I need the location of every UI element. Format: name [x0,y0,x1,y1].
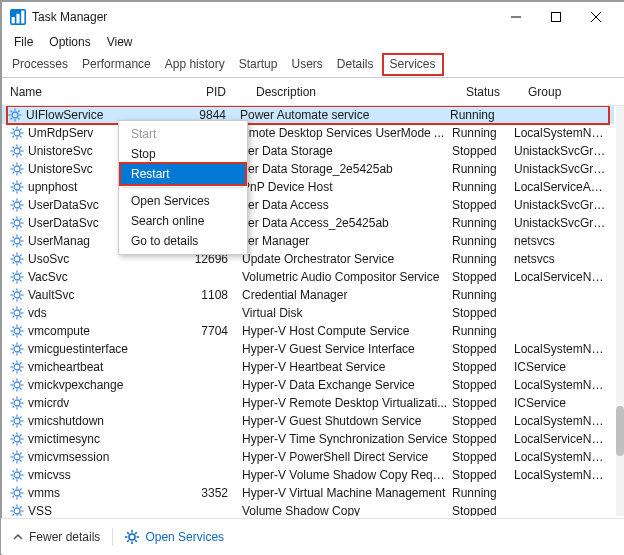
svg-line-213 [13,514,15,516]
service-row[interactable]: vmictimesyncHyper-V Time Synchronization… [2,430,614,448]
service-group: UnistackSvcGro... [514,144,610,158]
svg-line-42 [13,172,15,174]
svg-rect-2 [21,11,24,24]
svg-line-166 [20,424,22,426]
tab-app-history[interactable]: App history [159,53,231,76]
service-row[interactable]: VaultSvc1108Credential ManagerRunning [2,286,614,304]
service-list[interactable]: UIFlowService9844Power Automate serviceR… [2,106,624,516]
service-row[interactable]: vmicheartbeatHyper-V Heartbeat ServiceSt… [2,358,614,376]
context-menu-search-online[interactable]: Search online [121,211,245,231]
tab-services[interactable]: Services [382,53,444,76]
service-row[interactable]: VSSVolume Shadow CopyStopped [2,502,614,516]
svg-line-23 [20,129,22,131]
maximize-button[interactable] [536,2,576,32]
svg-line-14 [18,111,20,113]
service-description: Volume Shadow Copy [242,504,452,516]
menu-view[interactable]: View [101,33,139,51]
svg-line-77 [20,237,22,239]
context-menu-restart[interactable]: Restart [121,164,245,184]
service-row[interactable]: vmcompute7704Hyper-V Host Compute Servic… [2,322,614,340]
service-row[interactable]: upnphostPnP Device HostRunningLocalServi… [2,178,614,196]
service-row[interactable]: vmicguestinterfaceHyper-V Guest Service … [2,340,614,358]
svg-line-85 [20,262,22,264]
tab-startup[interactable]: Startup [233,53,284,76]
gear-icon [10,324,24,338]
svg-line-159 [13,406,15,408]
context-menu-start[interactable]: Start [121,124,245,144]
menu-options[interactable]: Options [43,33,96,51]
svg-line-192 [13,471,15,473]
service-row[interactable]: vmicvssHyper-V Volume Shadow Copy Reque.… [2,466,614,484]
svg-line-60 [13,208,15,210]
fewer-details-button[interactable]: Fewer details [13,530,100,544]
gear-icon [10,486,24,500]
service-pid: 7704 [192,324,242,338]
service-status: Running [452,216,514,230]
svg-line-174 [13,435,15,437]
svg-line-59 [20,201,22,203]
col-header-description[interactable]: Description [256,85,466,99]
tab-processes[interactable]: Processes [6,53,74,76]
context-menu-stop[interactable]: Stop [121,144,245,164]
service-row[interactable]: vmms3352Hyper-V Virtual Machine Manageme… [2,484,614,502]
svg-line-15 [11,118,13,120]
service-pid: 1108 [192,288,242,302]
gear-icon [10,414,24,428]
gear-icon [10,180,24,194]
service-row[interactable]: UserDataSvcser Data Access_2e5425abRunni… [2,214,614,232]
col-header-status[interactable]: Status [466,85,528,99]
svg-line-186 [13,460,15,462]
context-menu-open-services[interactable]: Open Services [121,191,245,211]
service-row[interactable]: vmicshutdownHyper-V Guest Shutdown Servi… [2,412,614,430]
service-row[interactable]: UserDataSvcser Data AccessStoppedUnistac… [2,196,614,214]
menu-file[interactable]: File [8,33,39,51]
service-row[interactable]: UserManagser ManagerRunningnetsvcs [2,232,614,250]
tab-details[interactable]: Details [331,53,380,76]
gear-icon [10,288,24,302]
service-row[interactable]: vmickvpexchangeHyper-V Data Exchange Ser… [2,376,614,394]
service-row[interactable]: UmRdpServemote Desktop Services UserMode… [2,124,614,142]
svg-point-97 [14,292,20,298]
minimize-button[interactable] [496,2,536,32]
svg-line-185 [20,453,22,455]
service-status: Stopped [452,414,514,428]
svg-line-57 [13,201,15,203]
svg-line-156 [13,399,15,401]
svg-line-96 [13,280,15,282]
service-name: vmictimesync [28,432,100,446]
svg-point-169 [14,436,20,442]
service-row[interactable]: UnistoreSvcser Data StorageStoppedUnista… [2,142,614,160]
service-group: LocalSystemNe... [514,468,610,482]
service-row[interactable]: vmicrdvHyper-V Remote Desktop Virtualiza… [2,394,614,412]
service-row[interactable]: UsoSvc12696Update Orchestrator ServiceRu… [2,250,614,268]
service-name: UserDataSvc [28,198,99,212]
fewer-details-label: Fewer details [29,530,100,544]
svg-line-158 [20,399,22,401]
svg-line-165 [13,417,15,419]
service-description: Hyper-V Volume Shadow Copy Reque... [242,468,452,482]
scroll-thumb[interactable] [616,406,624,456]
col-header-name[interactable]: Name [10,85,206,99]
close-button[interactable] [576,2,616,32]
col-header-pid[interactable]: PID [206,85,256,99]
tab-users[interactable]: Users [285,53,328,76]
service-row[interactable]: UnistoreSvcser Data Storage_2e5425abRunn… [2,160,614,178]
app-icon [10,9,26,25]
svg-line-141 [13,370,15,372]
svg-line-86 [20,255,22,257]
service-status: Stopped [452,378,514,392]
tab-performance[interactable]: Performance [76,53,157,76]
open-services-button[interactable]: Open Services [125,530,224,544]
service-row[interactable]: vmicvmsessionHyper-V PowerShell Direct S… [2,448,614,466]
svg-line-69 [13,226,15,228]
service-name: UnistoreSvc [28,162,93,176]
svg-line-22 [20,136,22,138]
service-group: UnistackSvcGro... [514,216,610,230]
service-row[interactable]: UIFlowService9844Power Automate serviceR… [2,106,614,124]
context-menu-go-to-details[interactable]: Go to details [121,231,245,251]
vertical-scrollbar[interactable] [616,106,624,516]
service-row[interactable]: VacSvcVolumetric Audio Compositor Servic… [2,268,614,286]
titlebar: Task Manager [2,2,624,32]
col-header-group[interactable]: Group [528,85,620,99]
service-row[interactable]: vdsVirtual DiskStopped [2,304,614,322]
